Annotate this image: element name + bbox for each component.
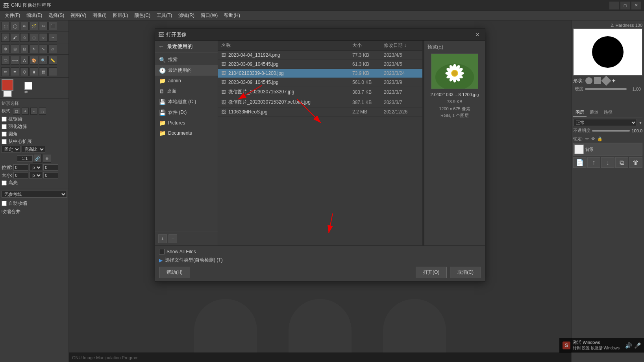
help-button[interactable]: 帮助(H) — [159, 267, 190, 278]
lock-position-icon[interactable]: ✥ — [591, 136, 595, 141]
menu-edit[interactable]: 编辑(E) — [23, 11, 45, 20]
tool-flip[interactable]: ⟺ — [11, 56, 19, 65]
file-item-3[interactable]: 🖼 2023-03-09_104545.jpg 561.0 KB 2023/3/… — [218, 78, 422, 87]
lock-all-icon[interactable]: 🔒 — [597, 136, 603, 141]
tool-shear[interactable]: ▱ — [48, 45, 57, 53]
file-item-2[interactable]: 🖼 210402103339-8-1200.jpg 73.9 KB 2023/3… — [218, 69, 422, 78]
tool-ink[interactable]: ✒ — [11, 67, 19, 76]
activation-mic-icon[interactable]: 🎤 — [634, 342, 641, 349]
menu-image[interactable]: 图像(I) — [89, 11, 109, 20]
menu-help[interactable]: 帮助(H) — [221, 11, 243, 20]
tool-heal[interactable]: ⌬ — [20, 67, 29, 76]
nav-remove-bookmark[interactable]: − — [168, 234, 177, 243]
nav-add-bookmark[interactable]: + — [158, 234, 167, 243]
feather-checkbox[interactable] — [2, 124, 7, 129]
menu-window[interactable]: 窗口(W) — [198, 11, 221, 20]
tool-scale[interactable]: ⤡ — [39, 45, 48, 53]
nav-item-pictures[interactable]: 📁 Pictures — [155, 118, 218, 128]
nav-back-icon[interactable]: ← — [158, 43, 165, 50]
h-input[interactable] — [43, 172, 58, 178]
file-item-4[interactable]: 🖼 微信图片_20230307153207.jpg 383.7 KB 2023/… — [218, 87, 422, 97]
tool-free-select[interactable]: ✏ — [20, 22, 29, 30]
layer-raise-button[interactable]: ↑ — [587, 157, 601, 168]
tab-channels[interactable]: 通道 — [587, 109, 601, 117]
ratio-extra[interactable]: ⊕ — [43, 154, 51, 163]
swap-colors[interactable]: ⇄ — [24, 90, 32, 94]
size-unit[interactable]: px — [30, 172, 42, 179]
maximize-button[interactable]: □ — [620, 2, 630, 9]
tool-foreground-select[interactable]: ⬛ — [48, 22, 57, 30]
nav-item-c-drive[interactable]: 💾 本地磁盘 (C:) — [155, 97, 218, 107]
menu-select[interactable]: 选择(S) — [45, 11, 67, 20]
dialog-close-button[interactable]: ✕ — [473, 30, 482, 39]
y-input[interactable] — [43, 164, 58, 171]
layer-item-background[interactable]: 背景 — [573, 143, 642, 156]
tool-zoom[interactable]: 🔍 — [39, 56, 48, 65]
menu-colors[interactable]: 颜色(C) — [131, 11, 154, 20]
corner-checkbox[interactable] — [2, 132, 7, 137]
mode-replace[interactable]: □ — [13, 108, 20, 115]
menu-filters[interactable]: 滤镜(R) — [175, 11, 198, 20]
nav-item-search[interactable]: 🔍 搜索 — [155, 54, 218, 65]
tool-smudge[interactable]: ~ — [48, 33, 57, 42]
tool-dodge[interactable]: ○ — [39, 33, 48, 42]
file-item-6[interactable]: 🖼 110633MReoS.jpg 2.2 MB 2022/12/26 — [218, 108, 422, 117]
file-item-0[interactable]: 🖼 2023-04-04_131924.png 77.3 KB 2023/4/5 — [218, 51, 422, 60]
tab-layers[interactable]: 图层 — [573, 109, 587, 117]
nav-item-desktop[interactable]: 🖥 桌面 — [155, 86, 218, 97]
lock-pixel-icon[interactable]: ✏ — [585, 136, 589, 141]
tool-move[interactable]: ✥ — [1, 45, 10, 53]
x-unit[interactable]: px — [30, 164, 42, 171]
tool-pencil[interactable]: ✏ — [1, 67, 10, 76]
open-button[interactable]: 打开(O) — [416, 267, 447, 278]
tool-text[interactable]: A — [20, 56, 29, 65]
tool-perspective[interactable]: ⬭ — [1, 56, 10, 65]
layer-mode-select[interactable]: 正常 — [573, 119, 637, 126]
tool-gradient[interactable]: ▤ — [39, 67, 48, 76]
tool-measure[interactable]: 📏 — [48, 56, 57, 65]
file-item-5[interactable]: 🖼 微信图片_20230307153207.xcf.bak.jpg 387.1 … — [218, 97, 422, 108]
menu-layer[interactable]: 图层(L) — [110, 11, 131, 20]
shape-diamond-btn[interactable] — [601, 76, 611, 85]
foreground-color[interactable] — [2, 79, 13, 91]
tool-rectangle-select[interactable]: ⬚ — [1, 22, 10, 30]
cancel-button[interactable]: 取消(C) — [450, 267, 481, 278]
ratio-input[interactable] — [17, 155, 33, 162]
mode-subtract[interactable]: - — [30, 108, 37, 115]
layer-new-button[interactable]: 📄 — [573, 157, 587, 168]
ratio-select[interactable]: 宽高比 — [22, 146, 45, 153]
tool-color-picker[interactable]: 🎨 — [30, 56, 38, 65]
tool-scissors[interactable]: ✂ — [39, 22, 48, 30]
layer-duplicate-button[interactable]: ⧉ — [615, 157, 629, 168]
activation-sound-icon[interactable]: 🔊 — [625, 342, 632, 349]
tool-crop[interactable]: ⊡ — [20, 45, 29, 53]
file-item-1[interactable]: 🖼 2023-03-09_104545.jpg 61.3 KB 2023/4/5 — [218, 60, 422, 69]
tool-clone[interactable]: ☆ — [20, 33, 29, 42]
minimize-button[interactable]: — — [609, 2, 619, 9]
menu-tools[interactable]: 工具(T) — [154, 11, 175, 20]
shape-square-btn[interactable] — [594, 77, 601, 84]
guide-select[interactable]: 无参考线 — [2, 191, 67, 198]
menu-file[interactable]: 文件(F) — [2, 11, 23, 20]
tool-align[interactable]: ⊞ — [11, 45, 19, 53]
close-button[interactable]: ✕ — [631, 2, 641, 9]
tab-paths[interactable]: 路径 — [601, 109, 615, 117]
highlight-checkbox[interactable] — [2, 180, 7, 186]
hardness-track[interactable] — [585, 88, 627, 90]
nav-item-admin[interactable]: 📁 admin — [155, 76, 218, 86]
layer-delete-button[interactable]: 🗑 — [629, 157, 642, 168]
nav-item-recent[interactable]: 🕐 最近使用的 — [155, 65, 218, 76]
menu-view[interactable]: 视图(V) — [67, 11, 89, 20]
tool-paths[interactable]: 🖊 — [1, 33, 10, 42]
expand-checkbox[interactable] — [2, 139, 7, 144]
nav-item-d-drive[interactable]: 💾 软件 (D:) — [155, 107, 218, 118]
tool-eraser[interactable]: ◻ — [30, 33, 38, 42]
tool-ellipse-select[interactable]: ◯ — [11, 22, 19, 30]
show-all-checkbox-box[interactable] — [159, 249, 165, 254]
antialiasing-checkbox[interactable] — [2, 117, 7, 122]
tool-extra[interactable]: ⋯ — [48, 67, 57, 76]
mode-add[interactable]: + — [22, 108, 29, 115]
layer-lower-button[interactable]: ↓ — [601, 157, 614, 168]
ratio-chain[interactable]: 🔗 — [33, 154, 42, 163]
mode-intersect[interactable]: ∩ — [39, 108, 46, 115]
